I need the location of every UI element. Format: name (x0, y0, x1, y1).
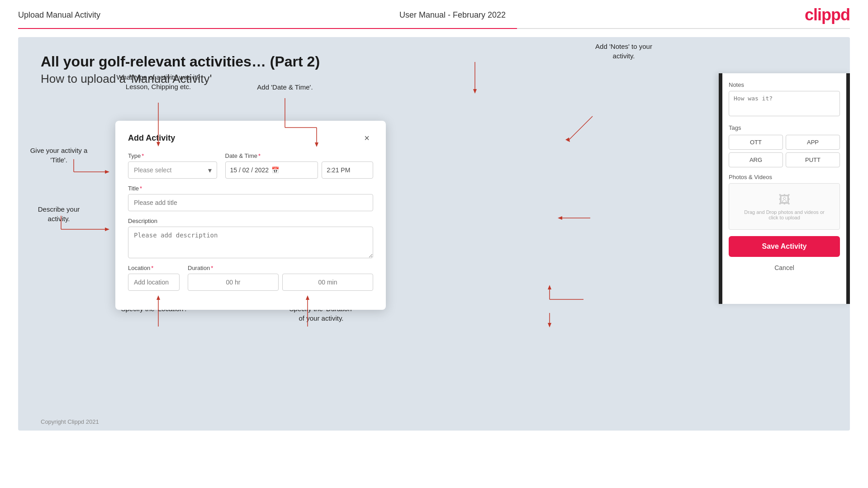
title-group: Title* (128, 185, 373, 211)
clippd-logo: clippd (805, 5, 850, 24)
page-title: Upload Manual Activity (18, 10, 100, 20)
datetime-group: Date & Time* 15 / 02 / 2022 📅 2:21 PM (225, 152, 374, 179)
copyright: Copyright Clippd 2021 (41, 418, 99, 425)
form-row-location-duration: Location* Duration* (128, 265, 373, 291)
manual-title: User Manual - February 2022 (399, 10, 506, 20)
notes-textarea[interactable] (729, 91, 840, 116)
datetime-label: Date & Time* (225, 152, 374, 159)
description-label: Description (128, 218, 373, 224)
location-label: Location* (128, 265, 180, 271)
photos-label: Photos & Videos (729, 174, 840, 180)
main-heading: All your golf-relevant activities… (Part… (41, 53, 827, 70)
annotation-activity-type: What type of activity was it?Lesson, Chi… (109, 72, 208, 91)
upload-text: Drag and Drop photos and videos orclick … (734, 209, 835, 220)
svg-marker-28 (548, 323, 551, 327)
location-input[interactable] (128, 274, 180, 291)
svg-marker-26 (548, 285, 551, 289)
top-divider (18, 28, 850, 29)
tag-arg[interactable]: ARG (729, 152, 783, 167)
type-select-wrapper: Please select (128, 161, 217, 179)
location-group: Location* (128, 265, 180, 291)
cancel-link[interactable]: Cancel (729, 261, 840, 274)
annotation-date-time: Add 'Date & Time'. (240, 82, 330, 92)
svg-marker-9 (105, 170, 109, 174)
annotation-description: Describe youractivity. (18, 204, 100, 223)
dialog-title: Add Activity (128, 133, 175, 143)
calendar-icon: 📅 (271, 166, 279, 174)
type-label: Type* (128, 152, 217, 159)
description-group: Description (128, 218, 373, 258)
photo-icon: 🖼 (734, 193, 835, 207)
tag-putt[interactable]: PUTT (786, 152, 840, 167)
close-button[interactable]: × (360, 132, 373, 144)
title-label: Title* (128, 185, 373, 192)
svg-marker-19 (473, 89, 477, 94)
description-textarea[interactable] (128, 227, 373, 258)
title-input[interactable] (128, 194, 373, 211)
svg-marker-21 (565, 137, 570, 142)
notes-label: Notes (729, 81, 840, 88)
tag-ott[interactable]: OTT (729, 135, 783, 150)
photo-upload-area[interactable]: 🖼 Drag and Drop photos and videos orclic… (729, 183, 840, 230)
top-bar: Upload Manual Activity User Manual - Feb… (0, 0, 868, 28)
annotation-notes: Add 'Notes' to youractivity. (576, 42, 671, 61)
main-content: All your golf-relevant activities… (Part… (18, 37, 850, 431)
phone-panel: Notes Tags OTT APP ARG PUTT Photos & Vid… (719, 73, 850, 304)
save-activity-button[interactable]: Save Activity (729, 236, 840, 257)
time-input[interactable]: 2:21 PM (322, 161, 373, 179)
form-row-type-datetime: Type* Please select Date & Time* 15 / 02… (128, 152, 373, 179)
svg-line-20 (568, 116, 593, 141)
svg-marker-12 (105, 227, 109, 231)
annotation-title: Give your activity a'Title'. (18, 146, 100, 165)
type-group: Type* Please select (128, 152, 217, 179)
date-value: 15 / 02 / 2022 (230, 166, 269, 174)
svg-marker-23 (558, 216, 562, 220)
tags-label: Tags (729, 124, 840, 131)
add-activity-dialog: Add Activity × Type* Please select Date … (115, 121, 386, 310)
type-select[interactable]: Please select (128, 161, 217, 179)
tag-app[interactable]: APP (786, 135, 840, 150)
duration-group: Duration* (188, 265, 373, 291)
duration-min-input[interactable] (282, 274, 373, 291)
tags-grid: OTT APP ARG PUTT (729, 135, 840, 167)
duration-label: Duration* (188, 265, 373, 271)
date-input[interactable]: 15 / 02 / 2022 📅 (225, 161, 318, 179)
dialog-header: Add Activity × (128, 132, 373, 144)
duration-hr-input[interactable] (188, 274, 279, 291)
